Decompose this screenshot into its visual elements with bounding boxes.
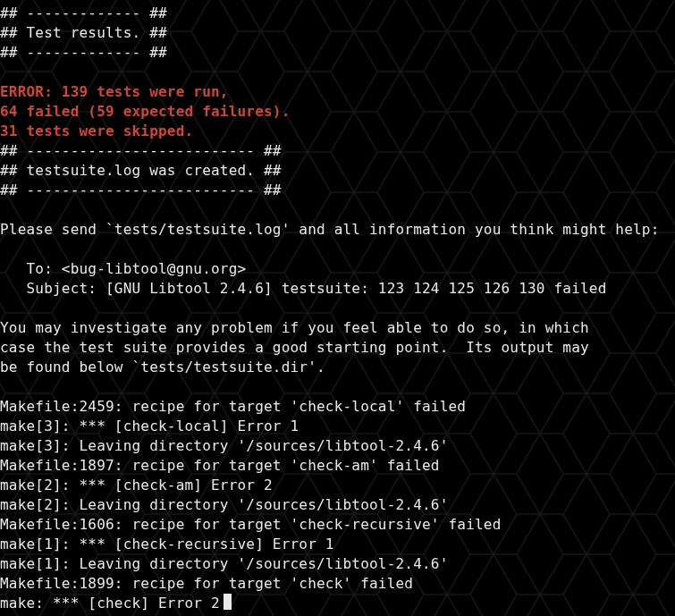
- terminal-line: ERROR: 139 tests were run,: [0, 83, 229, 100]
- terminal-line: ## testsuite.log was created. ##: [0, 162, 282, 179]
- terminal-cursor: [224, 594, 232, 610]
- terminal-line: ## ------------- ##: [0, 44, 167, 61]
- terminal-line: Subject: [GNU Libtool 2.4.6] testsuite: …: [0, 280, 606, 297]
- terminal-line: Makefile:1606: recipe for target 'check-…: [0, 516, 501, 533]
- terminal-line: make[3]: Leaving directory '/sources/lib…: [0, 437, 448, 454]
- terminal-line: make: *** [check] Error 2: [0, 595, 220, 612]
- terminal-line: Makefile:1897: recipe for target 'check-…: [0, 457, 440, 474]
- terminal-line: ## ------------- ##: [0, 4, 167, 21]
- terminal-line: ## -------------------------- ##: [0, 142, 282, 159]
- terminal-line: Makefile:1899: recipe for target 'check'…: [0, 575, 413, 592]
- terminal-line: To: <bug-libtool@gnu.org>: [0, 260, 246, 277]
- terminal-line: 64 failed (59 expected failures).: [0, 103, 290, 120]
- terminal-output: ## ------------- ## ## Test results. ## …: [0, 0, 675, 613]
- terminal-line: You may investigate any problem if you f…: [0, 319, 589, 336]
- terminal-line: ## Test results. ##: [0, 24, 167, 41]
- terminal-line: 31 tests were skipped.: [0, 122, 193, 139]
- terminal-line: be found below `tests/testsuite.dir'.: [0, 359, 325, 376]
- terminal-line: case the test suite provides a good star…: [0, 339, 589, 356]
- terminal-line: make[1]: Leaving directory '/sources/lib…: [0, 555, 448, 572]
- terminal-line: Makefile:2459: recipe for target 'check-…: [0, 398, 466, 415]
- terminal-line: make[1]: *** [check-recursive] Error 1: [0, 536, 334, 553]
- terminal-line: Please send `tests/testsuite.log' and al…: [0, 221, 659, 238]
- terminal-line: make[2]: *** [check-am] Error 2: [0, 477, 273, 494]
- terminal-line: ## -------------------------- ##: [0, 181, 282, 198]
- terminal-line: make[2]: Leaving directory '/sources/lib…: [0, 496, 448, 513]
- terminal-line: make[3]: *** [check-local] Error 1: [0, 418, 299, 435]
